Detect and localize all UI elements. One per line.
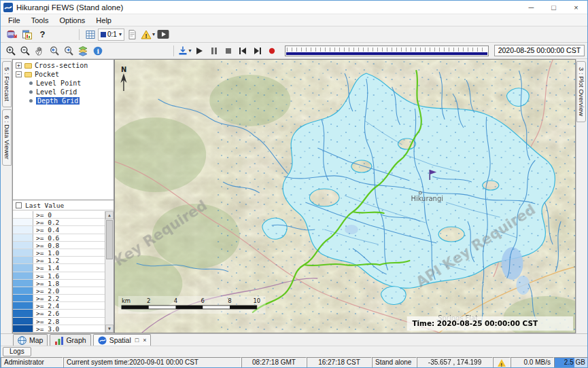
legend-row: >= 1.4: [13, 264, 105, 272]
status-bar: Administrator Current system time:2020-0…: [1, 357, 587, 368]
marker-scale-value: 0:1: [107, 31, 117, 38]
open-database-button[interactable]: [3, 28, 19, 41]
tree-item-depth-grid[interactable]: Depth Grid: [13, 96, 114, 105]
file-transfer-button[interactable]: [19, 28, 35, 41]
legend-row: >= 2.0: [13, 287, 105, 295]
collapse-icon[interactable]: −: [16, 71, 22, 77]
legend-color-swatch: [13, 272, 33, 279]
legend-table: >= 0 >= 0.2 >= 0.4 >= 0.6 >= 0.8 >= 1.0 …: [13, 211, 105, 333]
info-button[interactable]: i: [90, 44, 105, 58]
legend-color-swatch: [13, 249, 33, 256]
go-end-button[interactable]: [250, 44, 264, 58]
map-time-overlay: Time: 2020-08-25 00:00:00 CST: [407, 316, 573, 331]
expand-icon[interactable]: +: [16, 62, 22, 69]
node-bullet-icon: [29, 99, 33, 103]
zoom-previous-button[interactable]: [47, 44, 61, 58]
legend-row: >= 1.6: [13, 272, 105, 280]
tree-item-pocket[interactable]: − Pocket: [13, 70, 114, 79]
maximize-icon[interactable]: □: [542, 1, 565, 14]
legend-row: >= 1.2: [13, 257, 105, 264]
float-panel-icon[interactable]: □: [135, 337, 139, 344]
zoom-next-button[interactable]: [61, 44, 75, 58]
legend-header-label: Last Value: [25, 202, 64, 209]
animation-export-button[interactable]: [156, 28, 171, 41]
tab-map[interactable]: Map: [13, 334, 48, 346]
minimize-icon[interactable]: ─: [520, 1, 542, 14]
go-start-button[interactable]: [236, 44, 250, 58]
left-panel: + Cross-section − Pocket Level Point Lev…: [12, 59, 114, 333]
play-button[interactable]: [192, 44, 207, 58]
scroll-down-icon[interactable]: ▼: [105, 325, 114, 333]
status-warning-cell[interactable]: !: [493, 357, 511, 368]
zoom-in-button[interactable]: [3, 44, 18, 58]
tree-item-label: Level Grid: [36, 88, 77, 96]
folder-icon: [24, 63, 32, 69]
tab-forecast[interactable]: 5 : Forecast: [2, 61, 12, 107]
app-window: Hikurangi FEWS (Stand alone) ─ □ × File …: [0, 0, 588, 368]
legend-panel: Last Value >= 0 >= 0.2 >= 0.4 >= 0.6 >= …: [12, 200, 114, 333]
legend-color-swatch: [13, 318, 33, 325]
chart-icon: [54, 336, 63, 345]
left-tab-strip: 5 : Forecast 6 : Data Viewer: [1, 59, 12, 333]
menu-file[interactable]: File: [3, 16, 26, 24]
zoom-out-button[interactable]: [18, 44, 32, 58]
legend-color-swatch: [13, 264, 33, 271]
pan-button[interactable]: [33, 44, 47, 58]
last-value-checkbox[interactable]: [16, 202, 22, 208]
stop-button[interactable]: [221, 44, 235, 58]
tab-spatial[interactable]: Spatial □ ×: [93, 334, 152, 346]
document-viewer-button[interactable]: [124, 28, 140, 41]
scroll-thumb[interactable]: [106, 220, 113, 259]
tree-item-level-grid[interactable]: Level Grid: [13, 88, 114, 96]
legend-row: >= 2.2: [13, 295, 105, 302]
scale-bar: km 2 4 6 8 10: [118, 296, 266, 314]
node-bullet-icon: [29, 90, 33, 94]
close-icon[interactable]: ×: [565, 1, 587, 14]
legend-row: >= 0.4: [13, 226, 105, 234]
tree-item-level-point[interactable]: Level Point: [13, 79, 114, 88]
legend-label: >= 2.0: [33, 287, 59, 294]
scroll-up-icon[interactable]: ▲: [105, 211, 114, 219]
tab-graph[interactable]: Graph: [50, 334, 90, 346]
tab-plot-overview[interactable]: 3 : Plot Overview: [576, 61, 586, 122]
marker-scale-select[interactable]: 0:1 ▾: [98, 29, 124, 41]
datetime-display: 2020-08-25 00:00:00 CST: [494, 45, 585, 56]
tab-label: Map: [29, 336, 43, 344]
legend-scrollbar[interactable]: ▲ ▼: [105, 211, 114, 333]
tree-item-cross-section[interactable]: + Cross-section: [13, 61, 114, 70]
record-button[interactable]: [264, 44, 279, 58]
map-label-hikurangi: Hikurangi: [411, 195, 443, 202]
layers-button[interactable]: [76, 44, 90, 58]
chevron-down-icon: ▾: [189, 48, 192, 54]
save-image-button[interactable]: ▾: [177, 44, 192, 58]
window-title: Hikurangi FEWS (Stand alone): [16, 3, 123, 12]
main-toolbar: ? 0:1 ▾ ! ▾: [1, 26, 587, 43]
menu-tools[interactable]: Tools: [26, 16, 54, 24]
tab-data-viewer[interactable]: 6 : Data Viewer: [2, 109, 12, 166]
map-viewport[interactable]: API Key Required API Key Required Hikura…: [114, 59, 576, 333]
status-mode: Stand alone: [372, 357, 417, 368]
close-tab-icon[interactable]: ×: [143, 337, 146, 344]
pause-button[interactable]: [207, 44, 221, 58]
legend-color-swatch: [13, 257, 33, 263]
svg-text:!: !: [145, 32, 148, 39]
status-user: Administrator: [1, 357, 63, 368]
legend-header: Last Value: [13, 200, 114, 210]
legend-color-swatch: [13, 295, 33, 301]
legend-color-swatch: [13, 234, 33, 241]
map-canvas[interactable]: API Key Required API Key Required Hikura…: [115, 60, 575, 333]
svg-text:6: 6: [201, 297, 205, 304]
legend-row: >= 1.0: [13, 249, 105, 257]
help-button[interactable]: ?: [35, 28, 50, 41]
legend-row: >= 2.8: [13, 318, 105, 325]
spatial-icon: [98, 336, 107, 345]
grid-display-button[interactable]: [82, 28, 98, 41]
timeline-slider[interactable]: [285, 45, 489, 56]
warnings-button[interactable]: ! ▾: [140, 28, 156, 41]
title-bar[interactable]: Hikurangi FEWS (Stand alone) ─ □ ×: [1, 1, 587, 14]
menu-help[interactable]: Help: [90, 16, 117, 24]
legend-label: >= 3.0: [33, 325, 59, 332]
legend-color-swatch: [13, 325, 33, 332]
menu-options[interactable]: Options: [54, 16, 90, 24]
logs-button[interactable]: Logs: [3, 347, 31, 356]
